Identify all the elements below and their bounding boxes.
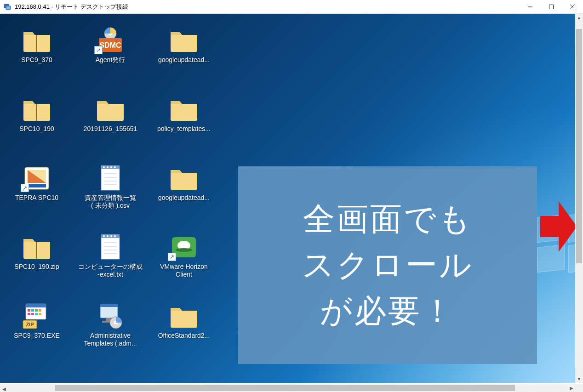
- shortcut-overlay-icon: ↗: [21, 184, 29, 192]
- exe-zip-icon: ZIP: [21, 302, 53, 330]
- annotation-arrow-icon: [540, 201, 577, 254]
- desktop-icon-label: TEPRA SPC10: [15, 194, 58, 202]
- svg-rect-45: [31, 313, 34, 315]
- desktop-icon[interactable]: Administrative Templates (.adm...: [74, 299, 147, 368]
- window-title: 192.168.0.41 - リモート デスクトップ接続: [15, 3, 520, 11]
- desktop-icon-label: Administrative Templates (.adm...: [84, 332, 137, 347]
- annotation-text: 全画面でも スクロール が必要！: [302, 196, 474, 334]
- desktop-icon[interactable]: ↗ VMware Horizon Client: [147, 230, 221, 299]
- desktop-icon-label: policy_templates...: [157, 125, 211, 133]
- svg-rect-44: [28, 313, 30, 315]
- desktop-icon[interactable]: 資産管理情報一覧 ( 未分類 ).csv: [74, 161, 147, 230]
- remote-desktop-view[interactable]: SPC9_370 SDMC ↗ Agent発行 googleupdatead: [0, 14, 583, 383]
- desktop-icon-label: VMware Horizon Client: [160, 263, 207, 278]
- admin-templates-icon: [94, 302, 126, 330]
- tepra-shortcut-icon: ↗: [21, 165, 53, 192]
- shortcut-overlay-icon: ↗: [168, 253, 176, 261]
- svg-rect-3: [549, 5, 554, 9]
- svg-rect-46: [35, 313, 38, 315]
- desktop-icon[interactable]: googleupdatead...: [147, 161, 221, 230]
- svg-rect-43: [39, 309, 41, 312]
- sdmc-shortcut-icon: SDMC ↗: [94, 27, 126, 54]
- folder-icon: [168, 165, 200, 192]
- notepad-icon: [94, 233, 126, 261]
- vertical-scroll-thumb[interactable]: [576, 29, 582, 263]
- vmware-shortcut-icon: ↗: [168, 233, 200, 261]
- folder-zip-icon: [21, 233, 53, 261]
- folder-icon: [168, 27, 200, 54]
- scroll-up-button[interactable]: ▲: [575, 14, 583, 22]
- shortcut-overlay-icon: ↗: [94, 46, 103, 54]
- desktop-icon[interactable]: SPC10_190: [0, 92, 74, 161]
- svg-rect-15: [101, 167, 120, 190]
- svg-rect-40: [28, 309, 30, 312]
- titlebar: 192.168.0.41 - リモート デスクトップ接続: [0, 0, 583, 14]
- horizontal-scroll-thumb[interactable]: [55, 385, 515, 391]
- desktop-icon-label: 20191126_155651: [84, 125, 137, 133]
- desktop-icon[interactable]: SPC9_370: [0, 23, 74, 92]
- desktop-icon-label: SPC9_370: [21, 56, 52, 64]
- folder-zip-icon: [21, 27, 53, 54]
- desktop-icon[interactable]: SDMC ↗ Agent発行: [74, 23, 147, 92]
- desktop-icons-grid: SPC9_370 SDMC ↗ Agent発行 googleupdatead: [0, 23, 221, 368]
- desktop-icon[interactable]: ZIP SPC9_370.EXE: [0, 299, 74, 368]
- annotation-callout: 全画面でも スクロール が必要！: [238, 166, 537, 364]
- svg-text:SDMC: SDMC: [99, 41, 121, 49]
- folder-icon: [168, 302, 200, 330]
- svg-point-19: [110, 166, 112, 168]
- folder-icon: [94, 96, 126, 123]
- desktop-icon[interactable]: ↗ TEPRA SPC10: [0, 161, 74, 230]
- maximize-button[interactable]: [541, 0, 562, 14]
- svg-rect-26: [101, 236, 120, 259]
- desktop-icon-label: Agent発行: [96, 56, 126, 64]
- desktop-icon-label: コンピューターの構成 -excel.txt: [78, 263, 143, 278]
- desktop-icon-label: googleupdatead...: [158, 56, 210, 64]
- desktop-icon[interactable]: googleupdatead...: [147, 23, 221, 92]
- svg-rect-1: [6, 6, 11, 10]
- minimize-button[interactable]: [520, 0, 541, 14]
- desktop-icon-label: SPC9_370.EXE: [14, 332, 60, 340]
- desktop-icon[interactable]: SPC10_190.zip: [0, 230, 74, 299]
- scroll-right-button[interactable]: ▶: [567, 384, 575, 392]
- folder-zip-icon: [21, 96, 53, 123]
- desktop-icon-label: googleupdatead...: [158, 194, 210, 202]
- svg-point-37: [176, 248, 192, 252]
- desktop-icon[interactable]: policy_templates...: [147, 92, 221, 161]
- svg-rect-47: [39, 313, 41, 315]
- notepad-icon: [94, 165, 126, 192]
- desktop-icon-label: SPC10_190: [19, 125, 54, 133]
- svg-point-20: [114, 166, 116, 168]
- scroll-down-button[interactable]: ▼: [575, 375, 583, 383]
- close-button[interactable]: [562, 0, 583, 14]
- rdp-icon: [4, 3, 11, 11]
- desktop-icon-label: SPC10_190.zip: [14, 263, 59, 271]
- desktop-icon[interactable]: OfficeStandard2...: [147, 299, 221, 368]
- svg-point-17: [103, 166, 105, 168]
- svg-point-31: [114, 235, 116, 237]
- svg-rect-39: [26, 304, 46, 307]
- desktop-icon-label: OfficeStandard2...: [158, 332, 210, 340]
- svg-rect-41: [31, 309, 34, 312]
- svg-point-28: [103, 235, 105, 237]
- svg-point-29: [107, 235, 109, 237]
- horizontal-scrollbar[interactable]: ◀ ▶: [0, 384, 575, 392]
- desktop-icon[interactable]: 20191126_155651: [74, 92, 147, 161]
- desktop-icon[interactable]: コンピューターの構成 -excel.txt: [74, 230, 147, 299]
- scrollbar-corner: [575, 384, 583, 392]
- folder-icon: [168, 96, 200, 123]
- window-controls: [520, 0, 583, 13]
- svg-rect-51: [100, 304, 118, 307]
- svg-point-30: [110, 235, 112, 237]
- vertical-scrollbar[interactable]: ▲ ▼: [575, 14, 583, 383]
- svg-point-18: [107, 166, 109, 168]
- svg-rect-42: [35, 309, 38, 312]
- scroll-left-button[interactable]: ◀: [0, 385, 8, 392]
- desktop-icon-label: 資産管理情報一覧 ( 未分類 ).csv: [85, 194, 136, 210]
- svg-rect-14: [28, 184, 46, 187]
- svg-text:ZIP: ZIP: [26, 322, 34, 327]
